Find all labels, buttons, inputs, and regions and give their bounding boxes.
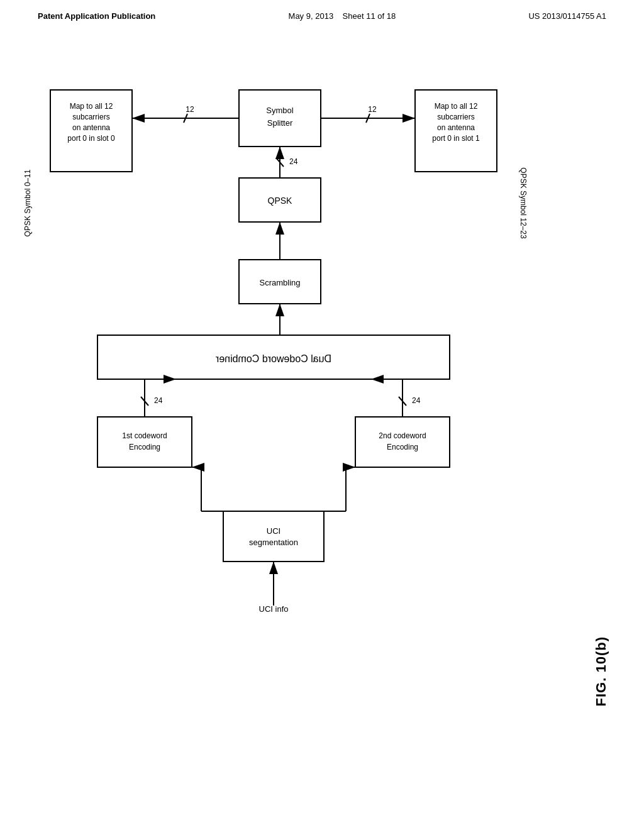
svg-text:24: 24 xyxy=(412,396,421,405)
figure-label: FIG. 10(b) xyxy=(593,636,609,706)
svg-text:1st codeword: 1st codeword xyxy=(122,431,167,440)
svg-rect-35 xyxy=(355,417,450,467)
svg-text:on antenna: on antenna xyxy=(437,123,475,132)
header-sheet: Sheet 11 of 18 xyxy=(343,11,396,21)
svg-text:subcarriers: subcarriers xyxy=(437,113,474,121)
svg-text:on antenna: on antenna xyxy=(72,123,110,132)
svg-text:2nd codeword: 2nd codeword xyxy=(379,431,426,440)
svg-text:Symbol: Symbol xyxy=(266,106,293,115)
svg-text:Encoding: Encoding xyxy=(129,443,160,451)
diagram-area: Map to all 12 subcarriers on antenna por… xyxy=(0,27,644,819)
svg-text:24: 24 xyxy=(289,157,298,166)
svg-text:QPSK Symbol 0–11: QPSK Symbol 0–11 xyxy=(23,169,32,236)
svg-text:QPSK Symbol 12–23: QPSK Symbol 12–23 xyxy=(519,167,528,239)
svg-text:12: 12 xyxy=(186,105,194,114)
svg-text:port 0 in slot 0: port 0 in slot 0 xyxy=(67,134,115,143)
svg-text:24: 24 xyxy=(154,396,163,405)
header-date-sheet: May 9, 2013 Sheet 11 of 18 xyxy=(289,11,396,21)
svg-text:port 0 in slot 1: port 0 in slot 1 xyxy=(432,134,480,143)
svg-text:UCI: UCI xyxy=(267,526,280,536)
svg-text:UCI info: UCI info xyxy=(259,604,289,614)
svg-rect-32 xyxy=(97,417,192,467)
svg-text:subcarriers: subcarriers xyxy=(72,113,109,121)
header-patent-number: US 2013/0114755 A1 xyxy=(528,11,606,21)
svg-text:QPSK: QPSK xyxy=(268,196,293,206)
header-date: May 9, 2013 xyxy=(289,11,334,21)
svg-text:Map to all 12: Map to all 12 xyxy=(435,102,478,111)
svg-text:Splitter: Splitter xyxy=(267,118,293,128)
svg-text:Encoding: Encoding xyxy=(387,443,418,451)
svg-text:Map to all 12: Map to all 12 xyxy=(70,102,113,111)
svg-text:Dual Codeword Combiner: Dual Codeword Combiner xyxy=(215,353,331,364)
page-header: Patent Application Publication May 9, 20… xyxy=(0,0,644,21)
header-publication-label: Patent Application Publication xyxy=(38,11,155,21)
svg-text:12: 12 xyxy=(368,105,377,114)
main-svg: Map to all 12 subcarriers on antenna por… xyxy=(0,27,644,819)
svg-rect-46 xyxy=(223,511,324,562)
svg-text:segmentation: segmentation xyxy=(249,538,298,547)
svg-text:Scrambling: Scrambling xyxy=(259,278,300,287)
